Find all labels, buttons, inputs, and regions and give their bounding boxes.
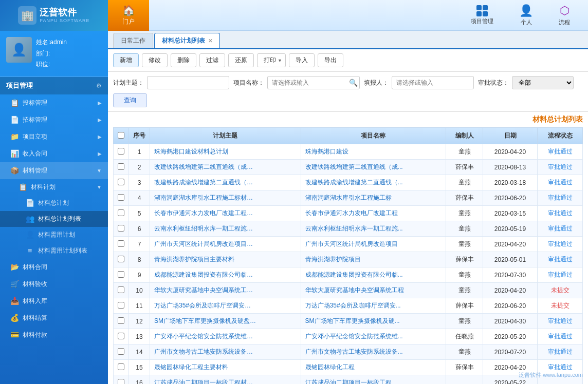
- sidebar-sub-material-total-plan[interactable]: 📄 材料总计划: [0, 195, 108, 211]
- restore-button[interactable]: 还原: [228, 53, 254, 67]
- table-row: 15 晟铭园林绿化工程主要材料 晟铭园林绿化工程 薛保丰 2020-04-20 …: [114, 360, 583, 375]
- row-editor: 童燕: [446, 237, 483, 252]
- nav-workflow[interactable]: ⬡ 流程: [551, 4, 578, 26]
- row-checkbox-cell: [114, 206, 129, 221]
- sidebar-item-material-mgmt[interactable]: 📦 材料管理 ▼: [0, 162, 108, 179]
- theme-link[interactable]: 万达广场35#会所及咖啡厅空调安装工程...: [154, 301, 257, 310]
- approval-select[interactable]: 全部: [512, 76, 574, 89]
- sidebar-item-material-payment[interactable]: 💳 材料付款: [0, 327, 108, 343]
- theme-link[interactable]: SM广场地下车库更换摄像机及硬盘项目...: [154, 317, 257, 325]
- row-checkbox[interactable]: [118, 363, 124, 370]
- export-button[interactable]: 导出: [318, 53, 343, 67]
- row-status: 审批通过: [538, 329, 583, 344]
- sidebar-item-material-contract[interactable]: 📂 材料合同: [0, 259, 108, 276]
- row-checkbox[interactable]: [118, 379, 124, 385]
- edit-button[interactable]: 修改: [142, 53, 168, 67]
- row-checkbox[interactable]: [118, 209, 124, 216]
- row-checkbox[interactable]: [118, 256, 124, 262]
- sidebar-item-label: 项目立项: [23, 132, 47, 141]
- row-checkbox-cell: [114, 344, 129, 360]
- sidebar-item-material-settlement[interactable]: 💰 材料结算: [0, 310, 108, 327]
- nav-personal[interactable]: 👤 个人: [511, 4, 541, 26]
- sidebar-sub-material-need-plan[interactable]: 👤 材料需用计划: [0, 227, 108, 243]
- row-checkbox[interactable]: [118, 333, 124, 339]
- arrow-right-icon: ▶: [98, 100, 102, 106]
- theme-link[interactable]: 广州市天河区统计局机房改造项目材料总...: [154, 240, 257, 248]
- filler-input[interactable]: [392, 76, 474, 89]
- nav-home-button[interactable]: 🏠 门户: [108, 0, 149, 31]
- sidebar-sub-material-need-list[interactable]: ≡ 材料需用计划列表: [0, 243, 108, 259]
- theme-link[interactable]: 广州市文物考古工地安防系统设备保修材...: [154, 348, 257, 356]
- sidebar-item-project-init[interactable]: 📁 项目立项 ▶: [0, 128, 108, 145]
- tab-close-icon[interactable]: ✕: [208, 38, 212, 44]
- project-link[interactable]: 江苏成品油二期项目一标段工程: [305, 378, 408, 384]
- gear-icon[interactable]: ⚙: [96, 82, 102, 89]
- row-checkbox[interactable]: [118, 225, 124, 232]
- row-checkbox[interactable]: [118, 302, 124, 309]
- theme-link[interactable]: 华软大厦研究基地中央空调系统工程材料...: [154, 286, 257, 295]
- add-button[interactable]: 新增: [113, 53, 139, 67]
- theme-link[interactable]: 湖南洞庭湖水库引水工程施工标材料总计划: [154, 194, 257, 202]
- theme-link[interactable]: 云南水利枢纽绍明水库一期工程施工标材...: [154, 224, 257, 233]
- sidebar-sub-material-plan[interactable]: 📋 材料计划 ▼: [0, 179, 108, 195]
- project-link[interactable]: 云南水利枢纽绍明水库一期工程施...: [305, 224, 408, 233]
- project-link[interactable]: 成都能源建设集团投资有限公司临...: [305, 271, 408, 279]
- section-header-project[interactable]: 项目管理 ⚙: [0, 77, 108, 94]
- row-checkbox[interactable]: [118, 348, 124, 355]
- row-seq: 16: [129, 375, 150, 385]
- project-link[interactable]: 华软大厦研究基地中央空调系统工程: [305, 286, 408, 295]
- sidebar-item-material-acceptance[interactable]: 🛒 材料验收: [0, 276, 108, 293]
- project-link[interactable]: 广安邓小平纪念馆安全防范系统维...: [305, 332, 408, 341]
- project-link[interactable]: 万达广场35#会所及咖啡厅空调安...: [305, 301, 408, 310]
- query-button[interactable]: 查询: [113, 93, 147, 107]
- project-link[interactable]: 广州市天河区统计局机房改造项目: [305, 240, 408, 248]
- project-link[interactable]: 长春市伊通河水力发电厂改建工程: [305, 209, 408, 218]
- row-checkbox[interactable]: [118, 271, 124, 278]
- project-link[interactable]: SM广场地下车库更换摄像机及硬...: [305, 317, 408, 325]
- theme-link[interactable]: 珠海鹤港口建设材料总计划: [154, 147, 257, 156]
- row-checkbox[interactable]: [118, 286, 124, 293]
- nav-project-mgmt[interactable]: 项目管理: [463, 5, 501, 25]
- project-name-input[interactable]: [267, 76, 360, 89]
- theme-link[interactable]: 晟铭园林绿化工程主要材料: [154, 363, 257, 372]
- theme-link[interactable]: 广安邓小平纪念馆安全防范系统维护保养...: [154, 332, 257, 341]
- row-checkbox[interactable]: [118, 179, 124, 185]
- tab-daily-work[interactable]: 日常工作: [113, 33, 153, 48]
- delete-button[interactable]: 删除: [171, 53, 196, 67]
- row-checkbox[interactable]: [118, 317, 124, 324]
- theme-link[interactable]: 长春市伊通河水力发电厂改建工程材料总...: [154, 209, 257, 218]
- theme-link[interactable]: 改建铁路线增建第二线直通线（成都-西安...: [154, 163, 257, 171]
- theme-link[interactable]: 江苏成品油二期项目一标段工程材料总计划: [154, 378, 257, 384]
- sidebar-sub-material-total-list[interactable]: 👥 材料总计划列表: [0, 211, 108, 227]
- project-link[interactable]: 青海洪湖养护院项目: [305, 255, 408, 264]
- project-link[interactable]: 晟铭园林绿化工程: [305, 363, 408, 372]
- row-checkbox[interactable]: [118, 148, 124, 155]
- project-link[interactable]: 珠海鹤港口建设: [305, 147, 408, 156]
- row-checkbox[interactable]: [118, 240, 124, 247]
- sidebar-item-income-contract[interactable]: 📊 收入合同 ▶: [0, 145, 108, 162]
- project-link[interactable]: 湖南洞庭湖水库引水工程施工标: [305, 194, 408, 202]
- watermark: 泛普软件 www.fanpu.com: [519, 371, 583, 379]
- project-link[interactable]: 广州市文物考古工地安防系统设备...: [305, 348, 408, 356]
- row-project: 青海洪湖养护院项目: [301, 252, 446, 267]
- theme-link[interactable]: 青海洪湖养护院项目主要材料: [154, 255, 257, 264]
- theme-link[interactable]: 成都能源建设集团投资有限公司临时办公...: [154, 271, 257, 279]
- row-checkbox[interactable]: [118, 163, 124, 170]
- select-all-checkbox[interactable]: [118, 132, 124, 139]
- sidebar-item-material-storage[interactable]: 📥 材料入库: [0, 293, 108, 310]
- row-status: 审批通过: [538, 237, 583, 252]
- sidebar-item-tendering[interactable]: 📄 招标管理 ▶: [0, 111, 108, 128]
- search-form: 计划主题： 项目名称： 🔍 填报人： 审批状态： 全部 查询: [108, 72, 588, 112]
- import-button[interactable]: 导入: [289, 53, 315, 67]
- row-checkbox[interactable]: [118, 194, 124, 201]
- tab-material-total-list[interactable]: 材料总计划列表 ✕: [154, 33, 220, 48]
- print-button[interactable]: 打印 ▼: [257, 53, 286, 67]
- project-link[interactable]: 改建铁路成渝线增建第二直通线（...: [305, 178, 408, 187]
- search-icon[interactable]: 🔍: [349, 79, 358, 87]
- theme-link[interactable]: 改建铁路成渝线增建第二直通线（成渝枢...: [154, 178, 257, 187]
- arrow-right-icon: ▶: [98, 151, 102, 157]
- project-link[interactable]: 改建铁路线增建第二线直通线（成...: [305, 163, 408, 171]
- sidebar-item-bidding[interactable]: 📋 投标管理 ▶: [0, 94, 108, 111]
- filter-button[interactable]: 过滤: [199, 53, 225, 67]
- plan-theme-input[interactable]: [147, 76, 229, 89]
